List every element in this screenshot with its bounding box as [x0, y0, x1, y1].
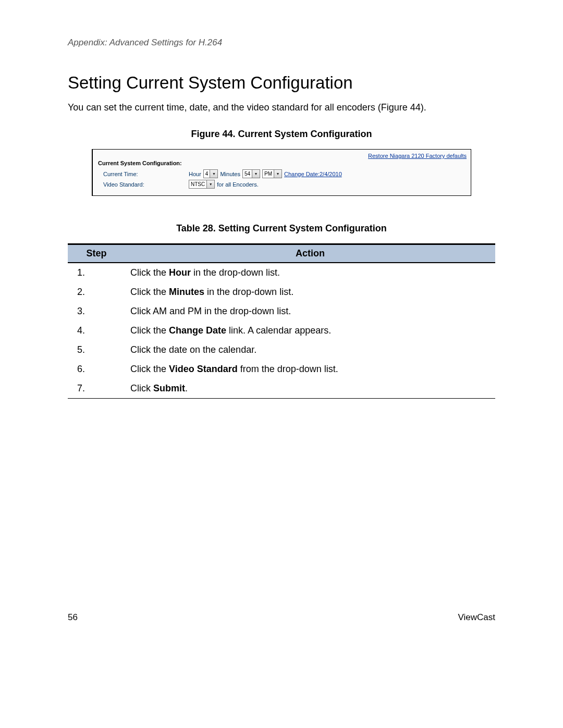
step-action: Click the Change Date link. A calendar a…: [125, 321, 495, 340]
col-action: Action: [125, 244, 495, 263]
step-action: Click the Hour in the drop-down list.: [125, 263, 495, 282]
step-number: 2.: [68, 282, 125, 302]
table-row: 2.Click the Minutes in the drop-down lis…: [68, 282, 495, 302]
step-action: Click the Minutes in the drop-down list.: [125, 282, 495, 302]
table-row: 6.Click the Video Standard from the drop…: [68, 360, 495, 379]
table-row: 7.Click Submit.: [68, 379, 495, 399]
config-screenshot: Restore Niagara 2120 Factory defaults Cu…: [92, 149, 471, 196]
steps-table: Step Action 1.Click the Hour in the drop…: [68, 243, 495, 399]
step-number: 1.: [68, 263, 125, 282]
table-caption: Table 28. Setting Current System Configu…: [68, 223, 495, 234]
intro-paragraph: You can set the current time, date, and …: [68, 102, 495, 113]
step-action: Click Submit.: [125, 379, 495, 399]
video-standard-row: Video Standard: NTSC ▼ for all Encoders.: [98, 180, 467, 189]
table-row: 1.Click the Hour in the drop-down list.: [68, 263, 495, 282]
footer-brand: ViewCast: [458, 612, 496, 623]
figure-caption: Figure 44. Current System Configuration: [68, 129, 495, 140]
step-number: 6.: [68, 360, 125, 379]
col-step: Step: [68, 244, 125, 263]
config-panel-title: Current System Configuration:: [98, 160, 467, 166]
video-standard-value: NTSC: [189, 181, 206, 187]
chevron-down-icon: ▼: [210, 170, 217, 178]
ampm-value: PM: [263, 171, 274, 177]
current-time-label: Current Time:: [103, 171, 187, 177]
chevron-down-icon: ▼: [252, 170, 260, 178]
step-number: 7.: [68, 379, 125, 399]
step-action: Click the date on the calendar.: [125, 340, 495, 360]
video-standard-dropdown[interactable]: NTSC ▼: [189, 180, 215, 189]
minutes-value: 54: [243, 171, 252, 177]
table-row: 5.Click the date on the calendar.: [68, 340, 495, 360]
minutes-prefix: Minutes: [220, 171, 240, 177]
for-all-encoders-text: for all Encoders.: [217, 181, 258, 188]
change-date-link[interactable]: Change Date:2/4/2010: [284, 171, 342, 177]
step-number: 3.: [68, 302, 125, 321]
step-number: 4.: [68, 321, 125, 340]
page-title: Setting Current System Configuration: [68, 73, 495, 93]
minutes-dropdown[interactable]: 54 ▼: [242, 169, 260, 178]
chevron-down-icon: ▼: [274, 170, 282, 178]
current-time-row: Current Time: Hour 4 ▼ Minutes 54 ▼ PM ▼…: [98, 169, 467, 178]
table-row: 4.Click the Change Date link. A calendar…: [68, 321, 495, 340]
step-number: 5.: [68, 340, 125, 360]
step-action: Click AM and PM in the drop-down list.: [125, 302, 495, 321]
table-row: 3.Click AM and PM in the drop-down list.: [68, 302, 495, 321]
hour-value: 4: [204, 171, 210, 177]
step-action: Click the Video Standard from the drop-d…: [125, 360, 495, 379]
hour-prefix: Hour: [189, 171, 201, 177]
page-number: 56: [68, 612, 78, 623]
appendix-header: Appendix: Advanced Settings for H.264: [68, 38, 495, 48]
change-date-prefix: Change Date:: [284, 171, 320, 177]
chevron-down-icon: ▼: [206, 180, 214, 188]
hour-dropdown[interactable]: 4 ▼: [203, 169, 218, 178]
restore-defaults-link[interactable]: Restore Niagara 2120 Factory defaults: [368, 153, 467, 159]
video-standard-label: Video Standard:: [103, 181, 187, 188]
ampm-dropdown[interactable]: PM ▼: [262, 169, 282, 178]
change-date-value: 2/4/2010: [320, 171, 342, 177]
